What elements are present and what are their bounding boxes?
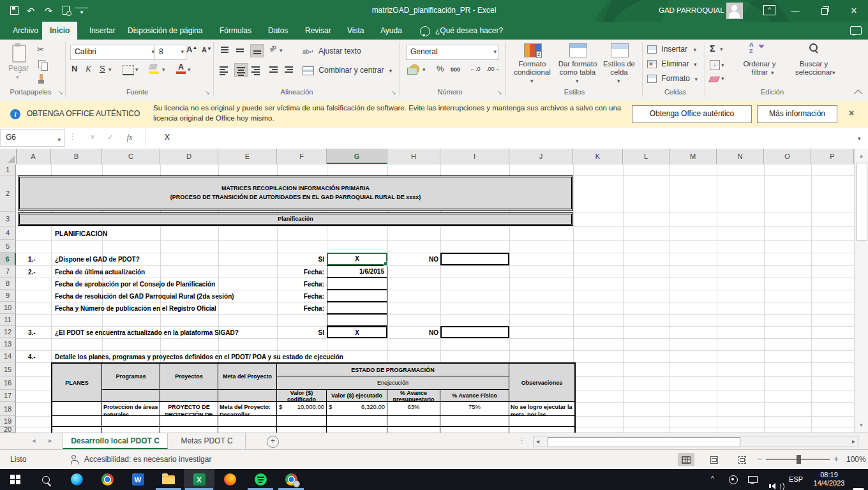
row-header-11[interactable]: 11	[0, 314, 16, 326]
row-header-5[interactable]: 5	[0, 240, 16, 253]
cell-q4-label[interactable]: Fecha de resolución del GAD Parroquial R…	[55, 290, 234, 302]
column-header-l[interactable]: L	[623, 149, 670, 164]
row-header-1[interactable]: 1	[0, 165, 16, 175]
clipboard-dialog-launcher-icon[interactable]: ↘	[56, 88, 65, 97]
table-cell-empty[interactable]	[387, 416, 440, 427]
table-header-estado[interactable]: ESTADO DE PROGRAMACIÓN	[277, 364, 509, 376]
column-header-a[interactable]: A	[16, 149, 51, 164]
scroll-up-icon[interactable]: ▲	[856, 151, 867, 161]
number-format-select[interactable]: General ▾	[406, 45, 499, 60]
table-cell-obs-18[interactable]: No se logro ejecutar la meta, por las	[509, 402, 574, 416]
font-color-dropdown-icon[interactable]: ▾	[188, 66, 191, 73]
bold-button[interactable]: N	[71, 64, 77, 73]
column-header-o[interactable]: O	[764, 149, 811, 164]
column-header-k[interactable]: K	[573, 149, 623, 164]
clock[interactable]: 08:19 14/4/2023	[809, 471, 849, 487]
spotify-icon[interactable]	[245, 469, 276, 490]
number-dialog-launcher-icon[interactable]: ↘	[495, 88, 504, 97]
align-bottom-icon[interactable]	[250, 44, 264, 57]
tab-ayuda[interactable]: Ayuda	[373, 22, 410, 40]
ribbon-display-options-icon[interactable]: ^	[763, 5, 775, 15]
orientation-icon[interactable]: ab	[268, 43, 278, 53]
table-cell-ejecutado-18[interactable]: $ 6,320.00	[327, 402, 387, 416]
increase-indent-icon[interactable]	[285, 64, 297, 75]
row-header-17[interactable]: 17	[0, 390, 16, 402]
accounting-dropdown-icon[interactable]: ▾	[423, 66, 426, 73]
horizontal-scroll-thumb[interactable]	[548, 437, 740, 447]
table-cell-empty[interactable]	[277, 427, 327, 433]
more-info-button[interactable]: Más información	[757, 105, 837, 123]
wrap-text-button[interactable]: ab↵ Ajustar texto	[303, 45, 361, 57]
cell-q6-no-box[interactable]	[440, 326, 509, 338]
cell-q2-fecha[interactable]: Fecha:	[277, 266, 324, 278]
enter-entry-icon[interactable]: ✓	[103, 130, 117, 144]
table-cell-proyecto-18[interactable]: PROYECTO DE PROTECCIÓN DE	[160, 402, 218, 416]
table-header-avance-fisico[interactable]: % Avance Físico	[440, 390, 509, 402]
cell-q1-number[interactable]: 1.-	[28, 253, 36, 265]
excel-icon[interactable]: X	[184, 469, 214, 490]
cell-q6-si[interactable]: SI	[277, 327, 324, 339]
cell-q3-fecha[interactable]: Fecha:	[277, 278, 324, 290]
tab-datos[interactable]: Datos	[260, 22, 296, 40]
table-cell-empty[interactable]	[52, 416, 102, 427]
row-header-3[interactable]: 3	[0, 212, 16, 226]
align-left-icon[interactable]	[220, 64, 232, 75]
table-cell-avance-fis-18[interactable]: 75%	[440, 402, 509, 416]
page-break-view-icon[interactable]	[734, 453, 751, 466]
fill-icon[interactable]: ↓	[710, 60, 720, 70]
start-button[interactable]	[0, 469, 31, 490]
row-header-18[interactable]: 18	[0, 402, 16, 416]
cell-q3-label[interactable]: Fecha de aprobación por el Consejo de Pl…	[55, 278, 215, 290]
insert-function-icon[interactable]: fx	[123, 130, 137, 144]
font-name-select[interactable]: Calibri ▾	[70, 45, 157, 60]
clear-icon[interactable]	[708, 77, 720, 82]
formula-input[interactable]: X	[165, 133, 170, 142]
column-header-m[interactable]: M	[670, 149, 717, 164]
fill-color-icon[interactable]	[148, 64, 160, 75]
zoom-slider-thumb[interactable]	[797, 455, 801, 464]
table-cell-empty[interactable]	[327, 427, 387, 433]
sheet-tab-desarrollo[interactable]: Desarrollo local PDOT C	[63, 433, 168, 449]
sheet-nav-right-icon[interactable]: ▸	[49, 436, 52, 445]
column-header-c[interactable]: C	[102, 149, 160, 164]
avatar[interactable]	[726, 3, 743, 19]
cell-q5-fecha[interactable]: Fecha:	[277, 302, 324, 315]
cell-heading-planificacion[interactable]: PLANIFICACIÓN	[55, 228, 107, 240]
firefox-icon[interactable]	[214, 469, 245, 490]
chrome-icon[interactable]	[92, 469, 123, 490]
table-header-avance-presupuestario[interactable]: % Avance presupuestario	[387, 390, 440, 402]
cell-q4-value[interactable]	[327, 290, 387, 302]
paste-button[interactable]: Pegar ▾	[5, 43, 32, 85]
close-banner-icon[interactable]: ×	[849, 108, 854, 118]
selected-cell-g6[interactable]: X	[327, 253, 387, 265]
alignment-dialog-launcher-icon[interactable]: ↘	[389, 88, 398, 97]
delete-cells-button[interactable]: × Eliminar ▾	[647, 59, 697, 70]
insert-cells-button[interactable]: Insertar ▾	[647, 45, 696, 55]
table-cell-empty[interactable]	[440, 416, 509, 427]
column-header-f[interactable]: F	[277, 149, 327, 164]
name-box[interactable]: G6 ▾	[0, 129, 65, 147]
table-cell-empty[interactable]	[509, 427, 574, 433]
decrease-decimal-icon[interactable]: .00→	[486, 66, 500, 72]
table-cell-planes-18[interactable]	[52, 402, 102, 416]
get-genuine-office-button[interactable]: Obtenga Office auténtico	[632, 105, 752, 123]
row-header-7[interactable]: 7	[0, 265, 16, 278]
row-header-2[interactable]: 2	[0, 175, 16, 212]
table-header-empty-e[interactable]	[218, 390, 277, 402]
table-cell-empty[interactable]	[218, 427, 277, 433]
table-cell-meta-18[interactable]: Meta del Proyecto: Desarrollar	[218, 402, 277, 416]
tab-formulas[interactable]: Fórmulas	[212, 22, 259, 40]
font-size-select[interactable]: 8 ▾	[154, 45, 186, 60]
chrome-profile-icon[interactable]	[276, 469, 306, 490]
cell-q2-label[interactable]: Fecha de última actualización	[55, 266, 145, 278]
scroll-right-icon[interactable]: ▸	[852, 438, 855, 445]
restore-icon[interactable]	[811, 0, 839, 22]
cell-q6-si-box[interactable]: X	[327, 326, 387, 338]
horizontal-scrollbar[interactable]: ◂ ▸	[533, 436, 858, 447]
tab-revisar[interactable]: Revisar	[297, 22, 339, 40]
borders-dropdown-icon[interactable]: ▾	[135, 66, 138, 73]
row-header-15[interactable]: 15	[0, 362, 16, 376]
accounting-format-icon[interactable]	[410, 64, 419, 74]
table-cell-empty[interactable]	[277, 416, 327, 427]
expand-formula-bar-icon[interactable]: ▾	[858, 135, 861, 142]
